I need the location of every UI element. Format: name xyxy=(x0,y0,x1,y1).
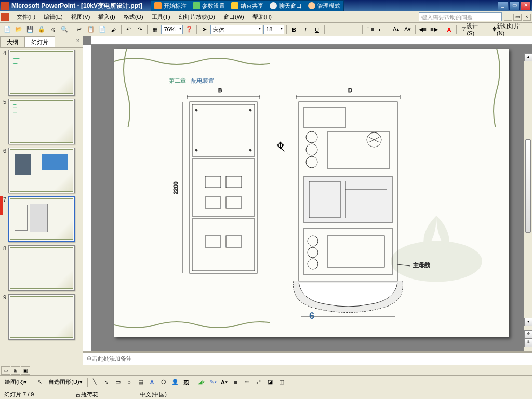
format-painter-button[interactable]: 🖌 xyxy=(109,24,119,35)
menu-window[interactable]: 窗口(W) xyxy=(219,12,248,22)
draw-menu[interactable]: 绘图(R) ▾ xyxy=(2,377,30,388)
align-right-button[interactable]: ≡ xyxy=(350,24,360,35)
autoshapes-menu[interactable]: 自选图形(U) ▾ xyxy=(46,377,85,388)
doc-minimize[interactable]: _ xyxy=(504,14,512,21)
slideshow-button[interactable]: ▣ xyxy=(21,366,30,375)
menu-edit[interactable]: 编辑(E) xyxy=(39,12,67,22)
line-style-button[interactable]: ≡ xyxy=(231,377,241,388)
scroll-down-button[interactable]: ▾ xyxy=(524,318,532,326)
increase-font-button[interactable]: A▴ xyxy=(391,24,402,35)
thumbnail-8[interactable]: 8━━━━━━━ xyxy=(2,245,81,291)
line-color-button[interactable]: ✎▾ xyxy=(208,377,218,388)
design-button[interactable]: ☑ 设计(S) xyxy=(459,24,488,35)
3d-button[interactable]: ◫ xyxy=(276,377,287,388)
thumbnail-6[interactable]: 6 xyxy=(2,148,81,193)
bullets-button[interactable]: •≡ xyxy=(376,24,387,35)
shadow-button[interactable]: ◪ xyxy=(265,377,275,388)
increase-indent-button[interactable]: ≡▶ xyxy=(429,24,440,35)
new-button[interactable]: 📄 xyxy=(2,24,12,35)
prev-slide-button[interactable]: ⤊ xyxy=(524,330,532,339)
diagram-button[interactable]: ⬡ xyxy=(158,377,169,388)
maximize-button[interactable]: ▭ xyxy=(509,1,520,10)
notes-pane[interactable]: 单击此处添加备注 xyxy=(83,351,532,365)
textbox-button[interactable]: ▤ xyxy=(136,377,146,388)
select-button[interactable]: ↖ xyxy=(34,377,45,388)
menu-format[interactable]: 格式(O) xyxy=(119,12,148,22)
bold-button[interactable]: B xyxy=(289,24,299,35)
new-slide-button[interactable]: ✻ 新幻灯片(N) xyxy=(489,24,530,35)
close-button[interactable]: ✕ xyxy=(521,1,531,10)
share-start-annotate[interactable]: 开始标注 xyxy=(154,2,187,10)
arrow-shape-button[interactable]: ↘ xyxy=(101,377,112,388)
help-button[interactable]: ❓ xyxy=(184,24,194,35)
thumbnail-5[interactable]: 5━━━▬▬━━━▬▬ xyxy=(2,99,81,144)
scroll-up-button[interactable]: ▴ xyxy=(524,53,532,61)
tab-outline[interactable]: 大纲 xyxy=(0,36,25,47)
menu-insert[interactable]: 插入(I) xyxy=(94,12,119,22)
font-name-combo[interactable]: 宋体 xyxy=(210,25,262,34)
dash-style-button[interactable]: ┅ xyxy=(242,377,252,388)
save-button[interactable]: 💾 xyxy=(25,24,35,35)
next-slide-button[interactable]: ⤋ xyxy=(524,339,532,347)
minimize-button[interactable]: _ xyxy=(498,1,508,10)
permission-button[interactable]: 🔒 xyxy=(36,24,47,35)
print-button[interactable]: 🖨 xyxy=(48,24,58,35)
font-color-draw-button[interactable]: A▾ xyxy=(219,377,230,388)
arrow-button[interactable]: ➤ xyxy=(199,24,209,35)
thumbnail-7[interactable]: 7 xyxy=(2,196,81,242)
undo-button[interactable]: ↶ xyxy=(124,24,134,35)
picture-button[interactable]: 🖼 xyxy=(181,377,192,388)
align-center-button[interactable]: ≡ xyxy=(338,24,349,35)
horizontal-ruler[interactable] xyxy=(91,36,532,45)
preview-button[interactable]: 🔍 xyxy=(59,24,70,35)
zoom-combo[interactable]: 76% xyxy=(161,25,183,34)
slide-canvas[interactable]: 第二章 配电装置 B xyxy=(114,49,509,337)
share-end[interactable]: 结束共享 xyxy=(231,2,263,10)
cut-button[interactable]: ✂ xyxy=(74,24,85,35)
rectangle-button[interactable]: ▭ xyxy=(113,377,123,388)
normal-view-button[interactable]: ▭ xyxy=(1,366,10,375)
italic-button[interactable]: I xyxy=(300,24,311,35)
share-settings[interactable]: 参数设置 xyxy=(193,2,225,10)
decrease-font-button[interactable]: A▾ xyxy=(403,24,413,35)
sorter-view-button[interactable]: ⊞ xyxy=(11,366,20,375)
menu-view[interactable]: 视图(V) xyxy=(67,12,95,22)
help-search-input[interactable]: 键入需要帮助的问题 xyxy=(419,12,502,21)
line-button[interactable]: ╲ xyxy=(90,377,100,388)
font-size-combo[interactable]: 18 xyxy=(263,25,284,34)
open-button[interactable]: 📂 xyxy=(14,24,24,35)
tab-slides[interactable]: 幻灯片 xyxy=(24,36,55,47)
doc-restore[interactable]: ▭ xyxy=(513,14,522,21)
decrease-indent-button[interactable]: ◀≡ xyxy=(418,24,428,35)
menu-tools[interactable]: 工具(T) xyxy=(148,12,175,22)
arrow-style-button[interactable]: ⇄ xyxy=(254,377,264,388)
align-left-button[interactable]: ≡ xyxy=(327,24,337,35)
menu-slideshow[interactable]: 幻灯片放映(D) xyxy=(175,12,219,22)
fill-color-button[interactable]: ◢▾ xyxy=(196,377,207,388)
oval-button[interactable]: ○ xyxy=(124,377,135,388)
doc-close[interactable]: × xyxy=(523,14,531,21)
copy-button[interactable]: 📋 xyxy=(86,24,96,35)
wordart-button[interactable]: A xyxy=(147,377,157,388)
menu-help[interactable]: 帮助(H) xyxy=(248,12,276,22)
chapter-title[interactable]: 第二章 配电装置 xyxy=(169,72,214,86)
paste-button[interactable]: 📄 xyxy=(97,24,108,35)
outline-close-button[interactable]: × xyxy=(73,36,83,47)
scroll-thumb[interactable] xyxy=(525,139,531,233)
thumbnail-9[interactable]: 9━━━ xyxy=(2,294,81,340)
electrical-diagram[interactable]: B 2200 xyxy=(156,85,468,319)
share-manage[interactable]: 管理模式 xyxy=(308,2,340,10)
numbering-button[interactable]: ⋮≡ xyxy=(365,24,375,35)
clipart-button[interactable]: 👤 xyxy=(170,377,180,388)
vertical-scrollbar[interactable]: ▴ ▾ ⤊ ⤋ xyxy=(524,53,532,351)
table-button[interactable]: ▦ xyxy=(150,24,160,35)
redo-button[interactable]: ↷ xyxy=(135,24,145,35)
share-chat[interactable]: 聊天窗口 xyxy=(270,2,302,10)
underline-button[interactable]: U xyxy=(312,24,322,35)
vertical-ruler[interactable] xyxy=(83,45,91,351)
font-color-button[interactable]: A xyxy=(444,24,455,35)
menu-file[interactable]: 文件(F) xyxy=(12,12,39,22)
thumbnail-list[interactable]: 4━━━━━━━━━━━━━━━━ 5━━━▬▬━━━▬▬ 6 7 8━━━━━… xyxy=(0,48,83,365)
thumbnail-4[interactable]: 4━━━━━━━━━━━━━━━━ xyxy=(2,50,81,96)
slide-viewport[interactable]: 第二章 配电装置 B xyxy=(91,45,532,351)
